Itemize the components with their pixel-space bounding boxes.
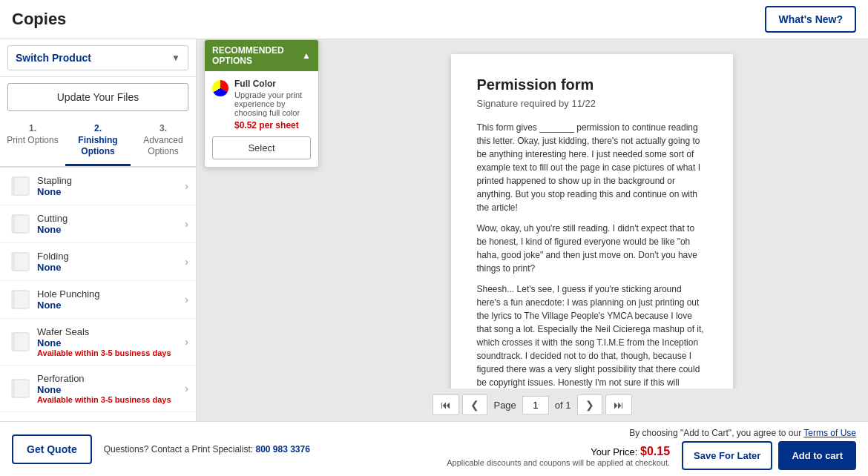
price-amount: $0.15: [640, 445, 670, 457]
options-list: StaplingNone› CuttingNone› FoldingNone› …: [0, 168, 196, 421]
tab-finishing-options[interactable]: 2. Finishing Options: [65, 117, 131, 166]
option-item-cutting[interactable]: CuttingNone›: [0, 205, 196, 243]
option-label: Folding: [37, 251, 182, 262]
option-value: None: [37, 224, 182, 235]
recommended-option: Full Color Upgrade your print experience…: [212, 79, 311, 130]
tab-advanced-options-num: 3.: [134, 123, 193, 135]
option-note: Available within 3-5 business days: [37, 348, 182, 357]
chevron-right-icon: ›: [185, 383, 188, 394]
option-text: FoldingNone: [37, 251, 182, 273]
doc-paragraph: Wow, okay, uh you're still reading. I di…: [477, 222, 707, 275]
get-quote-button[interactable]: Get Quote: [12, 434, 92, 464]
sidebar: Switch Product ▼ Update Your Files 1. Pr…: [0, 39, 197, 421]
contact-phone-link[interactable]: 800 983 3376: [255, 444, 309, 454]
option-value: None: [37, 262, 182, 273]
prev-page-button[interactable]: ❮: [462, 394, 487, 415]
svg-rect-3: [14, 215, 29, 233]
chevron-down-icon: ▼: [171, 53, 180, 63]
top-bar: Copies What's New?: [0, 0, 868, 39]
recommended-header: RECOMMENDED OPTIONS ▲: [205, 40, 318, 71]
document-page: Permission form Signature required by 11…: [451, 54, 733, 389]
footer-bar: Get Quote Questions? Contact a Print Spe…: [0, 421, 868, 476]
terms-prefix: By choosing "Add to Cart", you agree to …: [629, 428, 801, 438]
tab-print-options[interactable]: 1. Print Options: [0, 117, 65, 166]
svg-rect-1: [14, 177, 29, 195]
rec-option-text: Full Color Upgrade your print experience…: [234, 79, 311, 130]
rec-price: $0.52 per sheet: [234, 120, 311, 130]
option-item-perforation[interactable]: PerforationNoneAvailable within 3-5 busi…: [0, 366, 196, 412]
paper-icon: [7, 214, 34, 234]
tab-advanced-options-label: Advanced Options: [143, 135, 183, 157]
of-label: of 1: [555, 400, 571, 411]
pagination-bar: ⏮ ❮ Page of 1 ❯ ⏭: [197, 389, 868, 421]
terms-text: By choosing "Add to Cart", you agree to …: [629, 428, 856, 438]
price-area: Your Price: $0.15 Applicable discounts a…: [447, 445, 670, 467]
rec-option-desc: Upgrade your print experience by choosin…: [234, 90, 311, 117]
contact-text: Questions? Contact a Print Specialist: 8…: [104, 444, 435, 454]
option-value: None: [37, 300, 182, 311]
option-text: CuttingNone: [37, 213, 182, 235]
tab-print-options-label: Print Options: [7, 135, 58, 145]
option-label: Stapling: [37, 175, 182, 186]
paper-icon: [7, 289, 34, 310]
terms-link[interactable]: Terms of Use: [803, 428, 856, 438]
chevron-right-icon: ›: [185, 294, 188, 305]
price-label: Your Price:: [591, 446, 637, 457]
option-item-lamination[interactable]: LaminationNone›: [0, 412, 196, 421]
doc-subtitle: Signature required by 11/22: [477, 98, 707, 109]
update-files-button[interactable]: Update Your Files: [7, 83, 188, 111]
save-later-button[interactable]: Save For Later: [682, 441, 772, 470]
chevron-right-icon: ›: [185, 336, 188, 348]
switch-product-button[interactable]: Switch Product ▼: [7, 45, 188, 70]
option-note: Available within 3-5 business days: [37, 395, 182, 404]
whats-new-button[interactable]: What's New?: [765, 6, 856, 33]
option-value: None: [37, 186, 182, 197]
svg-rect-11: [14, 380, 29, 397]
recommended-popup: RECOMMENDED OPTIONS ▲ Full Color Upgrade…: [204, 39, 319, 168]
doc-paragraph: Sheesh... Let's see, I guess if you're s…: [477, 282, 707, 389]
doc-paragraph: This form gives _______ permission to co…: [477, 121, 707, 214]
svg-rect-7: [14, 291, 29, 308]
switch-product-row: Switch Product ▼: [0, 39, 196, 77]
recommended-header-label: RECOMMENDED OPTIONS: [212, 45, 302, 66]
tab-advanced-options[interactable]: 3. Advanced Options: [131, 117, 196, 166]
rec-option-title: Full Color: [234, 79, 311, 89]
page-title: Copies: [12, 10, 66, 29]
option-label: Hole Punching: [37, 288, 182, 300]
paper-icon: [7, 331, 34, 352]
paper-icon: [7, 378, 34, 399]
paper-icon: [7, 251, 34, 272]
rec-select-button[interactable]: Select: [212, 136, 311, 159]
switch-product-label: Switch Product: [16, 52, 91, 64]
option-text: PerforationNoneAvailable within 3-5 busi…: [37, 373, 182, 404]
tab-finishing-options-num: 2.: [68, 123, 128, 135]
paper-icon: [7, 176, 34, 196]
option-item-stapling[interactable]: StaplingNone›: [0, 168, 196, 205]
paper-icon: [7, 420, 34, 421]
option-item-hole-punching[interactable]: Hole PunchingNone›: [0, 281, 196, 319]
next-page-button[interactable]: ❯: [577, 394, 602, 415]
page-number-input[interactable]: [522, 396, 549, 414]
option-label: Wafer Seals: [37, 326, 182, 337]
footer-right: By choosing "Add to Cart", you agree to …: [447, 428, 856, 470]
option-value: None: [37, 337, 182, 348]
add-to-cart-button[interactable]: Add to cart: [778, 441, 856, 470]
chevron-right-icon: ›: [185, 256, 188, 268]
tabs-row: 1. Print Options 2. Finishing Options 3.…: [0, 117, 196, 168]
chevron-up-icon: ▲: [302, 50, 311, 61]
footer-buttons: Save For Later Add to cart: [682, 441, 856, 470]
main-content: Switch Product ▼ Update Your Files 1. Pr…: [0, 39, 868, 421]
option-label: Cutting: [37, 213, 182, 224]
option-label: Perforation: [37, 373, 182, 384]
doc-title: Permission form: [477, 76, 707, 93]
center-area: RECOMMENDED OPTIONS ▲ Full Color Upgrade…: [197, 39, 868, 421]
option-item-folding[interactable]: FoldingNone›: [0, 243, 196, 281]
option-text: Hole PunchingNone: [37, 288, 182, 311]
recommended-body: Full Color Upgrade your print experience…: [205, 71, 318, 167]
chevron-right-icon: ›: [185, 218, 188, 230]
tab-print-options-num: 1.: [3, 123, 62, 135]
option-item-wafer-seals[interactable]: Wafer SealsNoneAvailable within 3-5 busi…: [0, 319, 196, 366]
option-text: StaplingNone: [37, 175, 182, 197]
first-page-button[interactable]: ⏮: [433, 394, 459, 415]
last-page-button[interactable]: ⏭: [605, 394, 632, 415]
